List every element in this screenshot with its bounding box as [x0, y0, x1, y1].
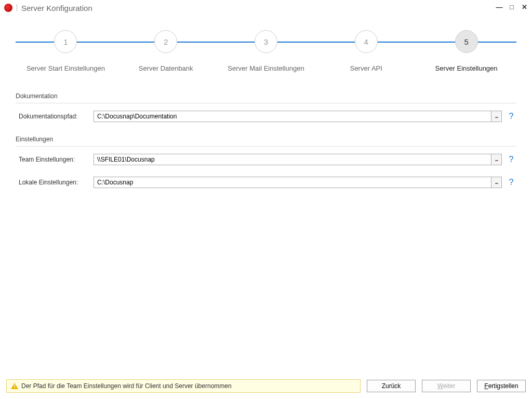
maximize-button[interactable]: □: [508, 4, 515, 11]
ellipsis-icon: ...: [495, 115, 498, 117]
wizard-step-circle: 4: [355, 30, 378, 53]
wizard-step-label: Server Einstellungen: [435, 64, 498, 72]
row-team-settings: Team Einstellungen: ... ?: [16, 150, 516, 169]
footer: Der Pfad für die Team Einstellungen wird…: [0, 375, 532, 399]
doc-path-browse-button[interactable]: ...: [491, 111, 501, 122]
titlebar: Server Konfiguration — □ ✕: [0, 0, 532, 16]
team-settings-label: Team Einstellungen:: [16, 156, 94, 163]
wizard-step-4[interactable]: 4Server API: [316, 26, 416, 72]
wizard-step-5[interactable]: 5Server Einstellungen: [416, 26, 516, 72]
section-documentation-title: Dokumentation: [16, 88, 516, 103]
wizard-step-circle: 3: [255, 30, 277, 53]
wizard-step-2[interactable]: 2Server Datenbank: [116, 26, 216, 72]
wizard-step-label: Server Datenbank: [139, 64, 193, 72]
finish-button[interactable]: Fertigstellen: [477, 380, 526, 392]
team-settings-browse-button[interactable]: ...: [491, 154, 501, 165]
app-icon: [4, 4, 12, 12]
team-settings-input[interactable]: [94, 154, 491, 165]
wizard-step-label: Server API: [350, 64, 382, 72]
window-controls: — □ ✕: [496, 4, 528, 11]
row-doc-path: Dokumentationspfad: ... ?: [16, 107, 516, 126]
doc-path-input-wrap: ...: [94, 111, 502, 122]
window-title: Server Konfiguration: [21, 4, 92, 12]
local-settings-input-wrap: ...: [94, 177, 502, 188]
ellipsis-icon: ...: [495, 181, 498, 183]
warning-icon: [11, 383, 18, 389]
titlebar-separator: [17, 4, 17, 11]
wizard-step-label: Server Start Einstellungen: [26, 64, 105, 72]
warning-text: Der Pfad für die Team Einstellungen wird…: [21, 382, 232, 390]
back-button[interactable]: Zurück: [367, 380, 416, 392]
wizard-steps: 1Server Start Einstellungen2Server Daten…: [16, 26, 516, 78]
local-settings-help-icon[interactable]: ?: [506, 178, 516, 187]
row-local-settings: Lokale Einstellungen: ... ?: [16, 172, 516, 192]
local-settings-input[interactable]: [94, 177, 491, 188]
minimize-button[interactable]: —: [496, 4, 503, 11]
wizard-step-label: Server Mail Einstellungen: [228, 64, 304, 72]
doc-path-label: Dokumentationspfad:: [16, 113, 94, 120]
team-settings-help-icon[interactable]: ?: [506, 155, 516, 164]
local-settings-label: Lokale Einstellungen:: [16, 179, 94, 186]
ellipsis-icon: ...: [495, 158, 498, 161]
wizard-step-1[interactable]: 1Server Start Einstellungen: [16, 26, 116, 72]
wizard-step-3[interactable]: 3Server Mail Einstellungen: [216, 26, 316, 72]
doc-path-help-icon[interactable]: ?: [506, 112, 516, 121]
section-settings-title: Einstellungen: [16, 131, 516, 147]
wizard-step-circle: 5: [455, 30, 478, 53]
wizard-step-circle: 2: [154, 30, 177, 53]
next-button[interactable]: Weiter: [422, 380, 471, 392]
team-settings-input-wrap: ...: [94, 154, 502, 165]
warning-bar: Der Pfad für die Team Einstellungen wird…: [6, 379, 361, 393]
wizard-step-circle: 1: [54, 30, 77, 53]
content-area: 1Server Start Einstellungen2Server Daten…: [0, 16, 532, 375]
close-button[interactable]: ✕: [521, 4, 528, 11]
doc-path-input[interactable]: [94, 111, 491, 122]
local-settings-browse-button[interactable]: ...: [491, 177, 501, 188]
